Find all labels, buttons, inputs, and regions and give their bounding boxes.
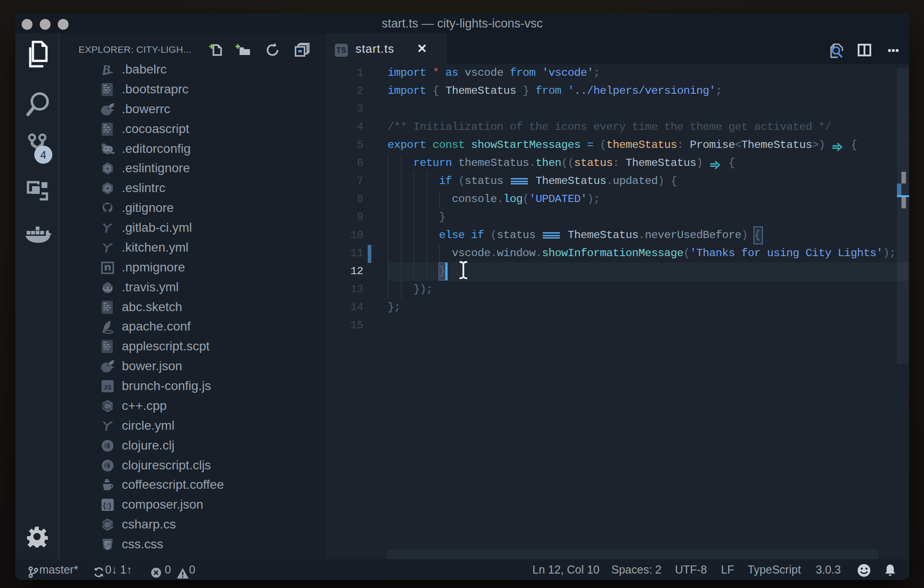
svg-text:JS: JS — [103, 383, 111, 391]
svg-text:{:}: {:} — [103, 501, 111, 510]
